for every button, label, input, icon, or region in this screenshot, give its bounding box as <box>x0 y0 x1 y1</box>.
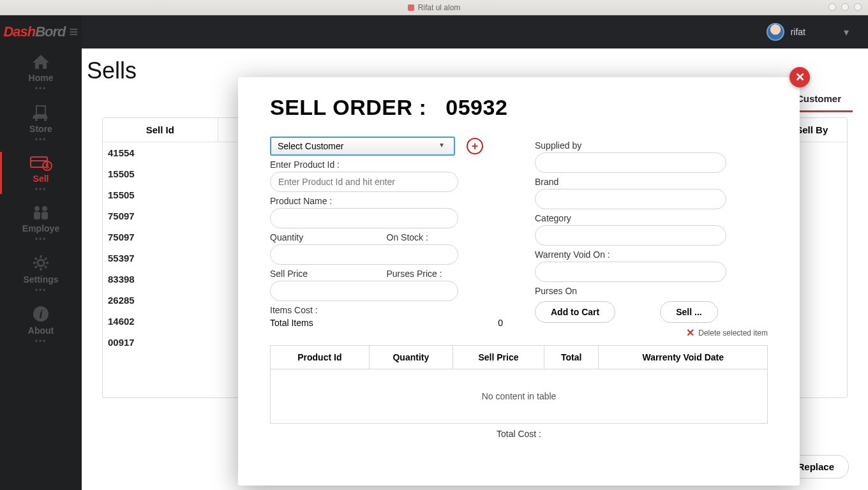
product-id-input[interactable] <box>270 172 458 192</box>
cart-col-quantity[interactable]: Quantity <box>369 346 453 369</box>
order-number: 05932 <box>445 95 507 119</box>
sidebar-item-about[interactable]: i About ••• <box>0 299 82 350</box>
product-name-input[interactable] <box>270 208 458 228</box>
label-category: Category <box>535 213 768 223</box>
user-name-label: rifat <box>791 27 805 37</box>
window-minimize-button[interactable] <box>828 3 836 11</box>
sidebar: DashBord ≡ Home ••• Store ••• $ Sell ••• <box>0 15 82 490</box>
user-bar: rifat ▾ <box>82 15 868 48</box>
svg-point-2 <box>44 119 47 121</box>
svg-line-19 <box>35 266 37 268</box>
page-body: Sells Sell Customer Sell Id RMA Sell By <box>82 48 868 490</box>
sidebar-item-employe[interactable]: Employe ••• <box>0 198 82 248</box>
sell-order-modal: ✕ SELL ORDER :05932 Select Customer + <box>238 77 800 486</box>
modal-title: SELL ORDER :05932 <box>270 95 768 120</box>
close-icon[interactable]: ✕ <box>789 67 810 87</box>
category-input[interactable] <box>535 225 726 246</box>
card-dollar-icon: $ <box>0 154 82 171</box>
home-icon <box>0 54 82 70</box>
window-controls <box>828 3 862 11</box>
brand-input[interactable] <box>535 189 726 209</box>
svg-line-17 <box>45 266 47 268</box>
supplied-by-input[interactable] <box>535 152 726 173</box>
gear-icon <box>0 254 82 272</box>
sidebar-item-sell[interactable]: $ Sell ••• <box>0 148 82 198</box>
sell-button[interactable]: Sell ... <box>660 301 717 323</box>
brand-row: DashBord ≡ <box>0 20 82 47</box>
label-purses-on: Purses On <box>535 286 768 296</box>
cart-col-product-id[interactable]: Product Id <box>271 346 370 369</box>
sell-price-input[interactable] <box>270 281 458 301</box>
os-titlebar: Rifat ul alom <box>0 0 868 15</box>
main-area: rifat ▾ Sells Sell Customer Sell Id RMA … <box>82 15 868 490</box>
label-brand: Brand <box>535 177 768 187</box>
window-close-button[interactable] <box>854 3 862 11</box>
brand-logo: DashBord <box>3 24 65 40</box>
os-window-title: Rifat ul alom <box>418 3 461 12</box>
label-quantity: Quantity <box>270 232 387 242</box>
svg-point-7 <box>34 206 40 211</box>
label-product-name: Product Name : <box>270 196 503 206</box>
svg-line-18 <box>45 258 47 260</box>
total-cost-label: Total Cost : <box>270 429 768 439</box>
cart-col-total[interactable]: Total <box>544 346 599 369</box>
add-customer-icon[interactable]: + <box>467 138 483 154</box>
label-items-cost: Items Cost : <box>270 305 503 315</box>
warrenty-void-input[interactable] <box>535 262 726 282</box>
cart-icon <box>0 103 82 121</box>
sidebar-item-home[interactable]: Home ••• <box>0 47 82 97</box>
people-icon <box>0 204 82 221</box>
info-icon: i <box>0 305 82 323</box>
label-on-stock: On Stock : <box>387 232 504 242</box>
cart-col-sell-price[interactable]: Sell Price <box>453 346 544 369</box>
label-total-items: Total Items <box>270 318 313 328</box>
svg-rect-9 <box>34 212 40 219</box>
cart-col-warrenty-void-date[interactable]: Warrenty Void Date <box>599 346 768 369</box>
svg-point-11 <box>38 260 44 266</box>
cart-empty-message: No content in table <box>271 369 768 424</box>
add-to-cart-button[interactable]: Add to Cart <box>535 301 615 323</box>
delete-x-icon: ✕ <box>686 327 694 339</box>
customer-select[interactable]: Select Customer <box>270 137 455 156</box>
label-warrenty-void: Warrenty Void On : <box>535 249 768 260</box>
modal-left-col: Select Customer + Enter Product Id : Pro… <box>270 137 503 339</box>
label-supplied-by: Supplied by <box>535 140 768 151</box>
svg-point-1 <box>35 119 38 121</box>
quantity-input[interactable] <box>270 244 458 265</box>
delete-selected-row[interactable]: ✕ Delete selected item <box>535 327 768 339</box>
svg-rect-0 <box>36 106 45 115</box>
hamburger-icon[interactable]: ≡ <box>70 23 79 41</box>
label-purses-price: Purses Price : <box>387 269 504 279</box>
modal-right-col: Supplied by Brand Category Warrenty Void… <box>535 137 768 339</box>
modal-layer: ✕ SELL ORDER :05932 Select Customer + <box>82 48 868 490</box>
total-items-value: 0 <box>498 318 503 328</box>
svg-rect-10 <box>41 212 48 219</box>
label-sell-price: Sell Price <box>270 269 387 279</box>
svg-point-8 <box>42 206 47 211</box>
window-maximize-button[interactable] <box>841 3 849 11</box>
label-enter-product-id: Enter Product Id : <box>270 160 503 170</box>
svg-text:$: $ <box>45 163 49 170</box>
svg-line-16 <box>35 258 37 260</box>
chevron-down-icon[interactable]: ▾ <box>844 26 849 38</box>
sidebar-item-store[interactable]: Store ••• <box>0 97 82 148</box>
app-tiny-icon <box>408 4 414 11</box>
avatar[interactable] <box>767 23 784 41</box>
cart-table: Product Id Quantity Sell Price Total War… <box>270 345 768 424</box>
sidebar-item-settings[interactable]: Settings ••• <box>0 248 82 299</box>
